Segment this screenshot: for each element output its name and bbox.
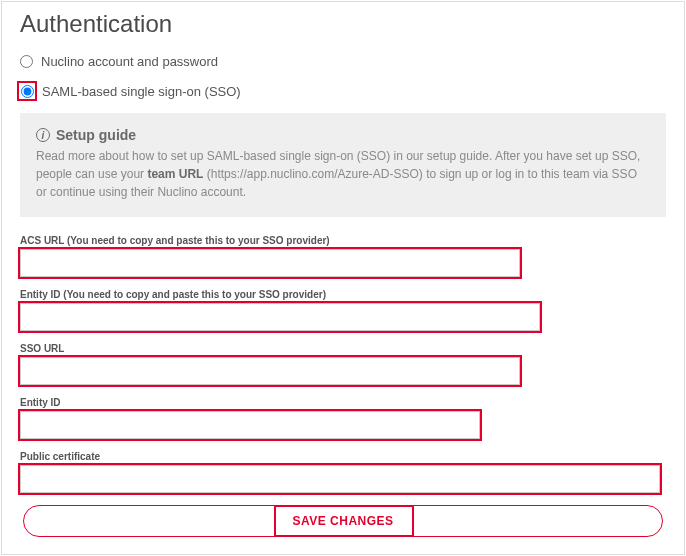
setup-guide-title: Setup guide [56,127,136,143]
radio-nuclino[interactable] [20,55,33,68]
setup-guide-box: i Setup guide Read more about how to set… [20,113,666,217]
auth-option-nuclino-label: Nuclino account and password [41,54,218,69]
entity-id-in-input[interactable] [20,411,480,439]
team-url-value: (https://app.nuclino.com/Azure-AD-SSO) [203,167,426,181]
info-icon: i [36,128,50,142]
radio-saml[interactable] [21,85,34,98]
setup-guide-title-row: i Setup guide [36,127,650,143]
field-entity-id-in: Entity ID [20,397,666,439]
page-title: Authentication [20,10,666,38]
entity-id-out-label: Entity ID (You need to copy and paste th… [20,289,666,300]
setup-guide-text: Read more about how to set up SAML-based… [36,147,650,201]
save-changes-button[interactable]: SAVE CHANGES [23,505,663,537]
public-cert-input[interactable] [20,465,660,493]
save-changes-label: SAVE CHANGES [292,514,393,528]
acs-url-label: ACS URL (You need to copy and paste this… [20,235,666,246]
auth-option-saml-label: SAML-based single sign-on (SSO) [42,84,241,99]
field-entity-id-out: Entity ID (You need to copy and paste th… [20,289,666,331]
field-acs-url: ACS URL (You need to copy and paste this… [20,235,666,277]
field-sso-url: SSO URL [20,343,666,385]
team-url-label: team URL [147,167,203,181]
public-cert-label: Public certificate [20,451,666,462]
save-row: SAVE CHANGES [20,505,666,537]
sso-url-label: SSO URL [20,343,666,354]
entity-id-in-label: Entity ID [20,397,666,408]
auth-option-saml[interactable]: SAML-based single sign-on (SSO) [20,81,666,101]
auth-option-nuclino[interactable]: Nuclino account and password [20,54,666,69]
sso-url-input[interactable] [20,357,520,385]
authentication-panel: Authentication Nuclino account and passw… [1,1,685,555]
highlight-box [17,81,37,101]
acs-url-input[interactable] [20,249,520,277]
entity-id-out-input[interactable] [20,303,540,331]
field-public-cert: Public certificate [20,451,666,493]
